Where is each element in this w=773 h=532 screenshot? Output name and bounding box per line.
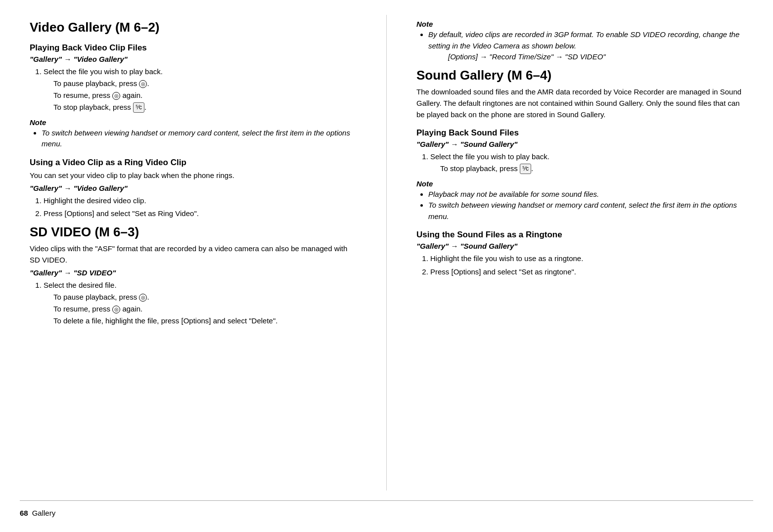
top-note-list: By default, video clips are recorded in … — [428, 29, 743, 63]
sound-gallery-body: The downloaded sound files and the AMR d… — [416, 86, 743, 121]
main-content: Video Gallery (M 6–2) Playing Back Video… — [20, 15, 753, 490]
sound-stop-key: ⁵⁄c — [520, 164, 531, 174]
sound-step-1-subtext: To stop playback, press ⁵⁄c. — [440, 163, 743, 175]
right-column: Note By default, video clips are recorde… — [407, 15, 753, 490]
ring-video-steps: Highlight the desired video clip. Press … — [44, 195, 357, 220]
sd-step-1: Select the desired file. To pause playba… — [44, 280, 357, 327]
page: Video Gallery (M 6–2) Playing Back Video… — [0, 0, 773, 532]
step-1: Select the file you wish to play back. T… — [44, 66, 357, 113]
step-1-subtext: To pause playback, press ◎. To resume, p… — [53, 78, 357, 113]
ringtone-step-2: Press [Options] and select "Set as ringt… — [430, 266, 743, 278]
top-note-label: Note — [416, 20, 743, 28]
sd-video-nav: "Gallery" → "SD VIDEO" — [30, 268, 357, 277]
sd-video-title: SD VIDEO (M 6–3) — [30, 224, 357, 240]
top-note-item-1: By default, video clips are recorded in … — [428, 29, 743, 63]
ringtone-step-1: Highlight the file you wish to use as a … — [430, 253, 743, 265]
sound-gallery-title: Sound Gallery (M 6–4) — [416, 68, 743, 83]
sd-resume-icon: ◎ — [112, 306, 120, 313]
video-gallery-title: Video Gallery (M 6–2) — [30, 20, 357, 35]
playing-back-video-steps: Select the file you wish to play back. T… — [44, 66, 357, 113]
sound-note-label: Note — [416, 179, 743, 188]
page-footer: 68 Gallery — [20, 500, 753, 517]
ringtone-title: Using the Sound Files as a Ringtone — [416, 230, 743, 240]
note-item-1: To switch between viewing handset or mem… — [42, 128, 357, 150]
note-list-1: To switch between viewing handset or mem… — [42, 128, 357, 150]
sd-video-body: Video clips with the "ASF" format that a… — [30, 243, 357, 266]
footer-section: Gallery — [32, 509, 56, 517]
ring-video-title: Using a Video Clip as a Ring Video Clip — [30, 158, 357, 168]
resume-circle-icon: ◎ — [112, 92, 120, 100]
ringtone-nav: "Gallery" → "Sound Gallery" — [416, 242, 743, 250]
playing-back-sound-nav: "Gallery" → "Sound Gallery" — [416, 140, 743, 148]
sd-pause-icon: ◎ — [139, 294, 147, 302]
sound-note-list: Playback may not be available for some s… — [428, 189, 743, 222]
ring-step-2: Press [Options] and select "Set as Ring … — [44, 208, 357, 220]
note-label-1: Note — [30, 118, 357, 127]
ringtone-steps: Highlight the file you wish to use as a … — [430, 253, 743, 277]
sound-note-item-1: Playback may not be available for some s… — [428, 189, 743, 200]
sound-step-1: Select the file you wish to play back. T… — [430, 151, 743, 175]
playing-back-video-nav: "Gallery" → "Video Gallery" — [30, 55, 357, 63]
sd-step-1-subtext: To pause playback, press ◎. To resume, p… — [53, 291, 357, 327]
ring-video-nav: "Gallery" → "Video Gallery" — [30, 184, 357, 192]
sound-note-item-2: To switch between viewing handset or mem… — [428, 200, 743, 222]
top-note-indent: [Options] → "Record Time/Size" → "SD VID… — [448, 51, 743, 63]
column-divider — [386, 15, 387, 490]
ring-step-1: Highlight the desired video clip. — [44, 195, 357, 207]
page-number: 68 — [20, 509, 28, 517]
sd-video-steps: Select the desired file. To pause playba… — [44, 280, 357, 327]
playing-back-video-title: Playing Back Video Clip Files — [30, 43, 357, 53]
playing-back-sound-title: Playing Back Sound Files — [416, 128, 743, 138]
left-column: Video Gallery (M 6–2) Playing Back Video… — [20, 15, 366, 490]
ring-video-body: You can set your video clip to play back… — [30, 170, 357, 181]
pause-circle-icon: ◎ — [139, 80, 147, 88]
stop-key-icon: ⁵⁄c — [133, 102, 144, 113]
playing-back-sound-steps: Select the file you wish to play back. T… — [430, 151, 743, 175]
